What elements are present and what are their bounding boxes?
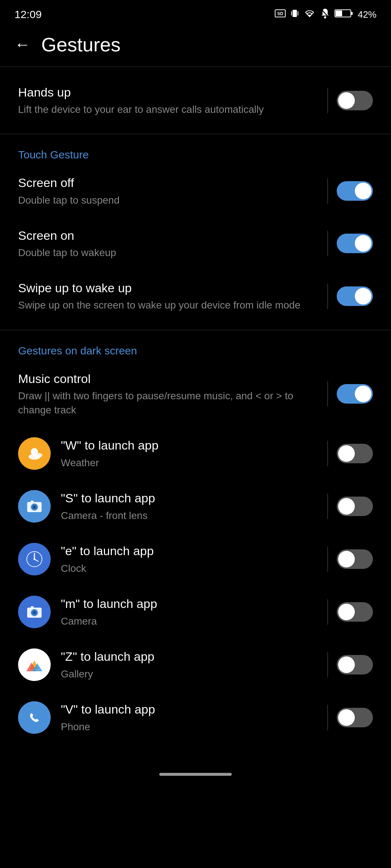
svg-rect-3	[291, 11, 292, 16]
page-header: ← Gestures	[0, 26, 391, 67]
v-launch-title: "V" to launch app	[61, 701, 316, 717]
svg-rect-9	[336, 10, 342, 16]
hands-up-title: Hands up	[18, 84, 316, 100]
divider	[327, 88, 328, 113]
music-control-subtitle: Draw || with two fingers to pause/resume…	[18, 389, 316, 417]
screen-off-title: Screen off	[18, 175, 316, 191]
z-launch-toggle[interactable]	[337, 655, 373, 675]
divider	[327, 231, 328, 256]
camera-front-app-icon	[18, 490, 51, 523]
notification-off-icon	[320, 8, 330, 21]
screen-off-subtitle: Double tap to suspend	[18, 193, 316, 207]
touch-gesture-label: Touch Gesture	[0, 141, 391, 165]
setting-item-s-launch[interactable]: "S" to launch app Camera - front lens	[0, 480, 391, 533]
divider	[327, 178, 328, 204]
m-launch-title: "m" to launch app	[61, 596, 316, 612]
hands-up-subtitle: Lift the device to your ear to answer ca…	[18, 102, 316, 116]
m-launch-subtitle: Camera	[61, 614, 316, 628]
svg-rect-27	[31, 606, 34, 608]
screen-off-toggle[interactable]	[337, 181, 373, 201]
s-launch-subtitle: Camera - front lens	[61, 509, 316, 523]
divider	[327, 494, 328, 519]
setting-item-music-control[interactable]: Music control Draw || with two fingers t…	[0, 361, 391, 427]
home-indicator	[0, 766, 391, 783]
m-launch-toggle[interactable]	[337, 602, 373, 622]
status-bar: 12:09 SD	[0, 0, 391, 26]
clock-app-icon	[18, 543, 51, 575]
toggle-knob	[338, 498, 355, 515]
s-launch-toggle[interactable]	[337, 497, 373, 516]
setting-item-v-launch[interactable]: "V" to launch app Phone	[0, 691, 391, 744]
setting-item-z-launch[interactable]: "Z" to launch app Gallery	[0, 638, 391, 691]
svg-text:SD: SD	[277, 11, 283, 16]
divider	[327, 546, 328, 572]
section-general: Hands up Lift the device to your ear to …	[0, 67, 391, 134]
z-launch-title: "Z" to launch app	[61, 648, 316, 664]
setting-item-screen-on[interactable]: Screen on Double tap to wakeup	[0, 217, 391, 270]
screen-on-subtitle: Double tap to wakeup	[18, 246, 316, 260]
section-touch-gesture: Touch Gesture Screen off Double tap to s…	[0, 134, 391, 329]
home-bar	[159, 773, 232, 776]
toggle-knob	[338, 92, 355, 109]
e-launch-subtitle: Clock	[61, 561, 316, 575]
divider	[327, 381, 328, 407]
swipe-up-title: Swipe up to wake up	[18, 280, 316, 296]
swipe-up-subtitle: Swipe up on the screen to wake up your d…	[18, 298, 316, 312]
svg-point-12	[34, 453, 42, 458]
divider	[327, 441, 328, 466]
setting-item-hands-up[interactable]: Hands up Lift the device to your ear to …	[0, 74, 391, 127]
section-gestures-dark: Gestures on dark screen Music control Dr…	[0, 330, 391, 752]
setting-item-w-launch[interactable]: "W" to launch app Weather	[0, 427, 391, 480]
setting-item-screen-off[interactable]: Screen off Double tap to suspend	[0, 165, 391, 217]
w-launch-toggle[interactable]	[337, 444, 373, 463]
back-button[interactable]: ←	[14, 35, 30, 54]
toggle-knob	[355, 386, 371, 402]
svg-rect-4	[298, 11, 298, 16]
phone-app-icon	[18, 701, 51, 734]
svg-point-26	[33, 611, 36, 614]
divider	[327, 599, 328, 625]
toggle-knob	[338, 445, 355, 462]
w-launch-subtitle: Weather	[61, 456, 316, 470]
svg-point-22	[34, 558, 35, 560]
toggle-knob	[355, 288, 371, 305]
svg-rect-8	[351, 12, 353, 15]
weather-app-icon	[18, 437, 51, 470]
toggle-knob	[355, 183, 371, 199]
camera-app-icon	[18, 596, 51, 628]
toggle-knob	[338, 709, 355, 726]
setting-item-swipe-up[interactable]: Swipe up to wake up Swipe up on the scre…	[0, 270, 391, 322]
svg-rect-2	[293, 10, 297, 17]
wifi-icon	[303, 9, 316, 20]
toggle-knob	[338, 551, 355, 567]
screen-on-title: Screen on	[18, 227, 316, 243]
svg-point-33	[25, 708, 44, 727]
svg-point-5	[324, 16, 326, 18]
e-launch-title: "e" to launch app	[61, 543, 316, 559]
toggle-knob	[338, 656, 355, 673]
toggle-knob	[355, 235, 371, 252]
status-time: 12:09	[14, 8, 42, 21]
v-launch-subtitle: Phone	[61, 720, 316, 734]
battery-percentage: 42%	[358, 9, 377, 20]
divider	[327, 284, 328, 309]
setting-item-m-launch[interactable]: "m" to launch app Camera	[0, 586, 391, 638]
gestures-dark-label: Gestures on dark screen	[0, 337, 391, 361]
setting-item-e-launch[interactable]: "e" to launch app Clock	[0, 533, 391, 586]
battery-icon	[335, 9, 353, 20]
gallery-app-icon	[18, 648, 51, 681]
hands-up-toggle[interactable]	[337, 91, 373, 110]
music-control-title: Music control	[18, 371, 316, 387]
screen-on-toggle[interactable]	[337, 234, 373, 253]
e-launch-toggle[interactable]	[337, 549, 373, 569]
sd-icon: SD	[274, 9, 286, 20]
status-icons: SD	[274, 8, 377, 21]
svg-point-16	[33, 506, 36, 509]
svg-rect-17	[31, 501, 34, 503]
v-launch-toggle[interactable]	[337, 708, 373, 727]
divider	[327, 705, 328, 730]
w-launch-title: "W" to launch app	[61, 437, 316, 453]
s-launch-title: "S" to launch app	[61, 490, 316, 506]
swipe-up-toggle[interactable]	[337, 286, 373, 306]
music-control-toggle[interactable]	[337, 384, 373, 404]
